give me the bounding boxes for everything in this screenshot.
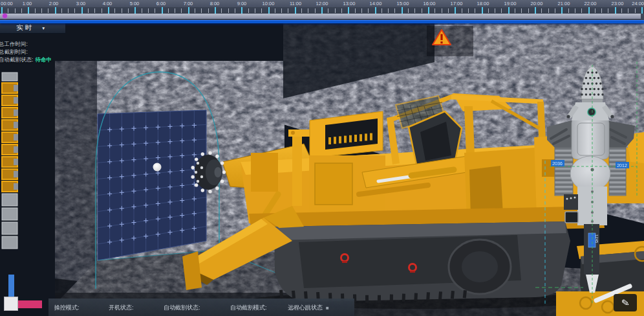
timeline-hour-tick [55,7,56,14]
timeline-minor-tick [181,8,182,13]
status-value: 待命中 [35,56,52,63]
timeline-minor-tick [168,8,169,13]
timeline-hour-label: 19:00 [504,1,517,6]
timeline-hour-tick [241,7,242,14]
timeline-minor-tick [195,8,195,13]
timeline-hour-label: 18:00 [477,1,489,6]
timeline-hour-label: 00:00 [1,1,13,6]
timeline-hour-tick [402,7,403,14]
timeline-minor-tick [608,8,608,13]
timeline-hour-label: 2:00 [49,1,59,6]
timeline-minor-tick [148,8,149,13]
timeline-minor-tick [201,8,202,13]
timeline-hour-tick [482,7,483,14]
timeline-minor-tick [315,8,316,13]
cutting-face-grid [98,110,206,260]
timeline-minor-tick [261,8,262,13]
timeline-minor-tick [248,8,249,13]
timeline-minor-tick [155,8,155,13]
crawler-track [249,221,592,309]
time-mode-dropdown[interactable]: 实时 ▼ [0,23,65,34]
annotation-pen-button[interactable]: ✎ [614,294,637,311]
alert-warning-area[interactable] [427,26,473,56]
timeline-hour-label: 8:00 [210,1,220,6]
timeline-minor-tick [308,8,308,13]
timeline-minor-tick [68,8,69,13]
timeline-hour-labels: 00:001:002:003:004:005:006:007:008:009:0… [0,0,644,7]
timeline-hour-label: 16:00 [424,1,436,6]
timeline-minor-tick [114,8,115,13]
timeline-minor-tick [175,8,175,13]
timeline-hour-label: 11:00 [290,1,301,6]
axis-gizmo-y-bar [8,275,14,299]
timeline-minor-tick [501,8,502,13]
timeline-hour-label: 3:00 [76,1,86,6]
rig-badge-left: 2036 [552,161,563,166]
timeline-minor-tick [61,8,62,13]
timeline-minor-tick [35,8,36,13]
timeline-hour-label: 14:00 [370,1,382,6]
status-row: 自动截割状态:待命中 [0,56,52,63]
timeline-tick-ruler[interactable] [0,7,644,14]
timeline-minor-tick [601,8,602,13]
timeline-scrubber[interactable]: 00:001:002:003:004:005:006:007:008:009:0… [0,0,644,23]
timeline-minor-tick [381,8,382,13]
timeline-minor-tick [228,8,229,13]
time-mode-label: 实时 [16,23,34,32]
rig-boom-badge [588,233,596,247]
timeline-minor-tick [8,8,8,13]
timeline-minor-tick [208,8,209,13]
timeline-minor-tick [335,8,336,13]
timeline-hour-tick [1,7,3,14]
timeline-minor-tick [301,8,302,13]
timeline-minor-tick [621,8,622,13]
bottom-bar-label: 操控模式: [54,304,80,312]
timeline-minor-tick [88,8,89,13]
timeline-minor-tick [435,8,435,13]
status-label: 总截割时间: [0,49,28,55]
timeline-minor-tick [462,8,462,13]
timeline-hour-label: 17:00 [451,1,463,6]
timeline-hour-tick [295,7,296,14]
axis-gizmo-x-bar [18,300,42,308]
timeline-minor-tick [221,8,222,13]
timeline-hour-label: 15:00 [397,1,409,6]
timeline-minor-tick [21,8,22,13]
rig-screen [565,212,578,223]
timeline-minor-tick [541,8,542,13]
timeline-playhead[interactable] [3,14,7,18]
timeline-hour-label: 22:00 [585,1,597,6]
timeline-minor-tick [394,8,395,13]
timeline-hour-tick [615,7,616,14]
timeline-hour-tick [188,7,189,14]
timeline-minor-tick [408,8,409,13]
timeline-hour-label: 4:00 [103,1,113,6]
timeline-hour-tick [508,7,510,14]
timeline-minor-tick [388,8,389,13]
warning-icon[interactable] [432,28,451,46]
timeline-hour-tick [641,7,643,14]
machine-status-panel: 总工作时间:总截割时间:自动截割状态:待命中 [0,40,52,63]
timeline-minor-tick [368,8,369,13]
timeline-minor-tick [122,8,122,13]
timeline-minor-tick [328,8,328,13]
timeline-hour-tick [28,7,29,14]
timeline-minor-tick [355,8,356,13]
timeline-minor-tick [288,8,288,13]
timeline-minor-tick [475,8,475,13]
timeline-minor-tick [102,8,102,13]
bottom-status-bar: 操控模式:开机状态:自动截割状态:自动截割模式:远程心跳状态■ [48,299,354,316]
timeline-minor-tick [548,8,549,13]
timeline-minor-tick [235,8,235,13]
timeline-minor-tick [94,8,95,13]
timeline-minor-tick [468,8,469,13]
timeline-hour-tick [268,7,270,14]
timeline-range-band[interactable] [0,14,641,19]
tunnel-3d-viewport[interactable]: 1245 2036 2012 [0,0,644,316]
timeline-minor-tick [281,8,282,13]
timeline-hour-tick [108,7,109,14]
bottom-bar-label: 开机状态: [109,304,134,312]
timeline-hour-label: 1:00 [23,1,32,6]
timeline-hour-label: 24:00 [632,1,644,6]
bottom-bar-label: 远程心跳状态■ [288,304,329,312]
